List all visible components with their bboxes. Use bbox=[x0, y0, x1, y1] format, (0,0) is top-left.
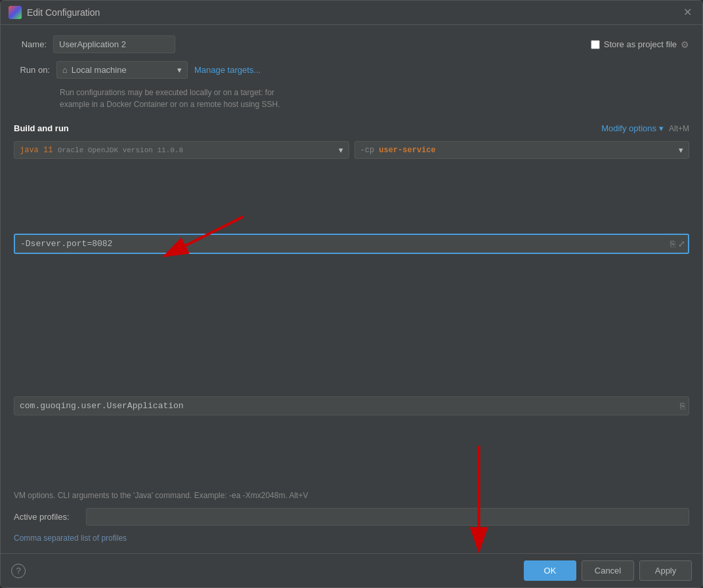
home-icon: ⌂ bbox=[62, 65, 68, 75]
footer: ? OK Cancel Apply bbox=[1, 553, 702, 587]
profiles-hint: Comma separated list of profiles bbox=[14, 534, 689, 543]
gear-icon[interactable]: ⚙ bbox=[681, 39, 689, 50]
vm-options-row: ⎘ ⤢ bbox=[14, 167, 689, 321]
vm-options-icons: ⎘ ⤢ bbox=[670, 239, 685, 249]
cancel-button[interactable]: Cancel bbox=[582, 560, 634, 581]
run-on-label: Run on: bbox=[14, 65, 50, 75]
run-on-dropdown[interactable]: ⌂ Local machine ▾ bbox=[56, 61, 188, 79]
main-class-input[interactable] bbox=[14, 396, 689, 415]
store-label: Store as project file bbox=[604, 39, 677, 49]
ok-button[interactable]: OK bbox=[524, 560, 576, 581]
description-line2: example in a Docker Container or on a re… bbox=[60, 100, 280, 109]
run-on-value: Local machine bbox=[72, 65, 127, 75]
cp-text: -cp user-service bbox=[360, 146, 436, 155]
store-project-checkbox[interactable] bbox=[591, 40, 600, 49]
edit-configuration-dialog: Edit Configuration ✕ Name: Store as proj… bbox=[0, 0, 703, 588]
help-button[interactable]: ? bbox=[11, 564, 26, 578]
cp-dropdown-arrow: ▾ bbox=[679, 145, 683, 155]
java-version-dropdown[interactable]: java 11 Oracle OpenJDK version 11.0.8 ▾ bbox=[14, 141, 349, 159]
main-class-row: ⎘ bbox=[14, 329, 689, 483]
manage-targets-link[interactable]: Manage targets... bbox=[194, 65, 261, 75]
java-version-detail: Oracle OpenJDK version 11.0.8 bbox=[58, 146, 183, 154]
dialog-content: Name: Store as project file ⚙ Run on: ⌂ … bbox=[1, 25, 702, 553]
modify-options-area: Modify options ▾ Alt+M bbox=[601, 123, 689, 133]
run-description: Run configurations may be executed local… bbox=[60, 87, 689, 110]
main-class-icons: ⎘ bbox=[680, 401, 685, 411]
dialog-title: Edit Configuration bbox=[27, 7, 100, 18]
java-version-text: java 11 Oracle OpenJDK version 11.0.8 bbox=[20, 146, 183, 155]
vm-options-input[interactable] bbox=[14, 234, 689, 254]
modify-options-arrow: ▾ bbox=[659, 123, 664, 133]
run-on-row: Run on: ⌂ Local machine ▾ Manage targets… bbox=[14, 61, 689, 79]
modify-options-shortcut: Alt+M bbox=[669, 124, 689, 133]
footer-left: ? bbox=[11, 564, 26, 578]
vm-copy-icon[interactable]: ⎘ bbox=[670, 239, 675, 249]
run-on-dropdown-arrow: ▾ bbox=[177, 65, 182, 75]
name-label: Name: bbox=[14, 39, 47, 49]
section-header: Build and run Modify options ▾ Alt+M bbox=[14, 123, 689, 133]
close-button[interactable]: ✕ bbox=[681, 6, 694, 19]
build-selects-row: java 11 Oracle OpenJDK version 11.0.8 ▾ … bbox=[14, 141, 689, 159]
cp-value: user-service bbox=[379, 146, 435, 155]
name-input-wrap bbox=[53, 35, 584, 53]
apply-button[interactable]: Apply bbox=[639, 560, 692, 581]
name-row: Name: Store as project file ⚙ bbox=[14, 35, 689, 53]
vm-description: VM options. CLI arguments to the 'Java' … bbox=[14, 491, 689, 500]
profiles-label: Active profiles: bbox=[14, 512, 79, 522]
store-row: Store as project file ⚙ bbox=[591, 39, 689, 50]
java-dropdown-arrow: ▾ bbox=[339, 145, 343, 155]
description-line1: Run configurations may be executed local… bbox=[60, 88, 274, 97]
title-bar: Edit Configuration ✕ bbox=[1, 1, 702, 25]
name-input[interactable] bbox=[53, 35, 175, 53]
profiles-input[interactable] bbox=[86, 508, 689, 526]
app-icon bbox=[9, 6, 22, 19]
active-profiles-row: Active profiles: bbox=[14, 508, 689, 526]
cp-flag: -cp bbox=[360, 146, 375, 155]
section-title: Build and run bbox=[14, 123, 69, 133]
vm-expand-icon[interactable]: ⤢ bbox=[678, 239, 685, 249]
title-bar-left: Edit Configuration bbox=[9, 6, 100, 19]
modify-options-button[interactable]: Modify options ▾ bbox=[601, 123, 664, 133]
cp-dropdown[interactable]: -cp user-service ▾ bbox=[354, 141, 690, 159]
java-keyword: java 11 bbox=[20, 146, 53, 155]
modify-options-label: Modify options bbox=[601, 123, 656, 133]
main-class-copy-icon[interactable]: ⎘ bbox=[680, 401, 685, 411]
footer-buttons: OK Cancel Apply bbox=[524, 560, 692, 581]
